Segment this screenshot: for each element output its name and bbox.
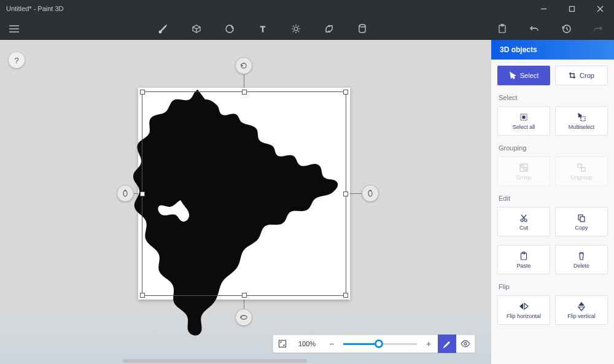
right-tool-group: [496, 23, 604, 35]
resize-handle-r[interactable]: [343, 192, 348, 196]
svg-point-36: [521, 219, 523, 222]
flip-horizontal-icon: [519, 301, 529, 311]
history-button[interactable]: [560, 23, 572, 35]
brushes-tool[interactable]: [157, 23, 169, 35]
flip-horizontal-button[interactable]: Flip horizontal: [497, 295, 550, 325]
3d-library-tool[interactable]: [356, 23, 368, 35]
help-icon: ?: [14, 56, 18, 65]
group-icon: [519, 163, 529, 172]
multiselect-button[interactable]: Multiselect: [555, 106, 608, 136]
svg-line-18: [298, 26, 300, 27]
trash-icon: [577, 251, 586, 261]
svg-line-16: [298, 31, 300, 32]
maximize-button[interactable]: [558, 0, 586, 17]
scrollbar-thumb[interactable]: [123, 359, 307, 363]
ungroup-button: Ungroup: [555, 157, 608, 186]
multiselect-icon: [577, 112, 586, 122]
paste-tile-button[interactable]: Paste: [497, 245, 550, 274]
paste-button[interactable]: [496, 23, 508, 35]
zoom-in-button[interactable]: +: [419, 335, 438, 353]
cut-button[interactable]: Cut: [497, 207, 550, 236]
minimize-button[interactable]: [529, 0, 558, 17]
panel-title: 3D objects: [491, 40, 614, 60]
tool-group: T: [157, 23, 368, 35]
effects-tool[interactable]: [290, 23, 302, 35]
rotate-z-handle[interactable]: [235, 57, 252, 74]
horizontal-scrollbar[interactable]: [123, 359, 365, 363]
side-panel: 3D objects Select Crop Select Select all: [491, 40, 614, 364]
close-button[interactable]: [586, 0, 614, 17]
svg-rect-35: [581, 168, 585, 171]
resize-handle-bl[interactable]: [140, 293, 145, 298]
copy-icon: [577, 213, 586, 223]
zoom-slider-thumb[interactable]: [375, 339, 383, 348]
section-label-edit: Edit: [499, 195, 608, 202]
canvas-area[interactable]: ?: [0, 40, 491, 364]
crop-mode-button[interactable]: Crop: [555, 66, 608, 85]
rotate-y-left-handle[interactable]: [117, 185, 134, 202]
scissors-icon: [519, 213, 529, 223]
view-mode-button[interactable]: [456, 335, 475, 353]
svg-point-8: [226, 25, 233, 33]
svg-point-19: [359, 25, 365, 27]
resize-handle-tl[interactable]: [140, 90, 145, 95]
edit-mode-button[interactable]: [438, 335, 456, 353]
svg-rect-34: [578, 164, 581, 168]
svg-line-17: [293, 31, 294, 32]
tile-label: Flip vertical: [567, 313, 596, 319]
resize-handle-tr[interactable]: [343, 90, 348, 95]
section-label-grouping: Grouping: [499, 144, 608, 152]
svg-rect-32: [521, 165, 524, 168]
crop-mode-label: Crop: [580, 72, 594, 79]
help-button[interactable]: ?: [9, 52, 25, 68]
tile-label: Ungroup: [571, 174, 593, 180]
text-tool[interactable]: T: [257, 23, 269, 35]
crop-icon: [569, 72, 576, 79]
flip-vertical-button[interactable]: Flip vertical: [555, 295, 608, 325]
copy-button[interactable]: Copy: [555, 207, 608, 236]
redo-button[interactable]: [592, 23, 604, 35]
svg-point-27: [464, 343, 467, 345]
delete-button[interactable]: Delete: [555, 245, 608, 274]
resize-handle-b[interactable]: [242, 293, 247, 298]
tile-label: Multiselect: [569, 124, 595, 130]
resize-handle-br[interactable]: [343, 293, 348, 298]
section-label-select: Select: [499, 94, 608, 101]
3d-shapes-tool[interactable]: [190, 23, 203, 35]
tile-label: Copy: [575, 225, 588, 231]
expand-menu-button[interactable]: [0, 17, 28, 40]
main-toolbar: T: [0, 17, 614, 40]
group-button: Group: [497, 157, 550, 186]
select-all-icon: [519, 112, 529, 122]
select-mode-label: Select: [520, 72, 539, 79]
rotate-x-handle[interactable]: [235, 309, 252, 326]
cursor-icon: [509, 72, 516, 79]
selection-bounding-box[interactable]: [138, 88, 350, 300]
rotate-connector: [349, 193, 362, 194]
zoom-slider[interactable]: [343, 335, 417, 353]
tile-label: Select all: [513, 124, 535, 130]
title-bar: Untitled* - Paint 3D: [0, 0, 614, 17]
rotate-y-right-handle[interactable]: [362, 185, 379, 202]
svg-point-37: [524, 219, 527, 222]
zoom-percentage[interactable]: 100%: [292, 340, 322, 347]
select-mode-button[interactable]: Select: [497, 66, 550, 85]
svg-point-7: [159, 31, 161, 33]
select-all-button[interactable]: Select all: [497, 106, 550, 136]
tile-label: Delete: [573, 263, 589, 269]
resize-handle-t[interactable]: [242, 90, 247, 95]
window-buttons: [529, 0, 614, 17]
fit-to-screen-button[interactable]: [273, 335, 292, 353]
resize-handle-l[interactable]: [140, 192, 145, 196]
stickers-tool[interactable]: [223, 23, 236, 35]
undo-button[interactable]: [528, 23, 540, 35]
flip-vertical-icon: [577, 301, 586, 311]
selection-border: [142, 91, 346, 296]
svg-rect-33: [524, 168, 526, 170]
section-label-flip: Flip: [499, 283, 608, 290]
svg-line-15: [293, 26, 294, 27]
zoom-out-button[interactable]: −: [322, 335, 341, 353]
canvas-tool[interactable]: [323, 23, 335, 35]
zoom-bar: 100% − +: [273, 335, 475, 353]
svg-rect-1: [569, 6, 574, 11]
